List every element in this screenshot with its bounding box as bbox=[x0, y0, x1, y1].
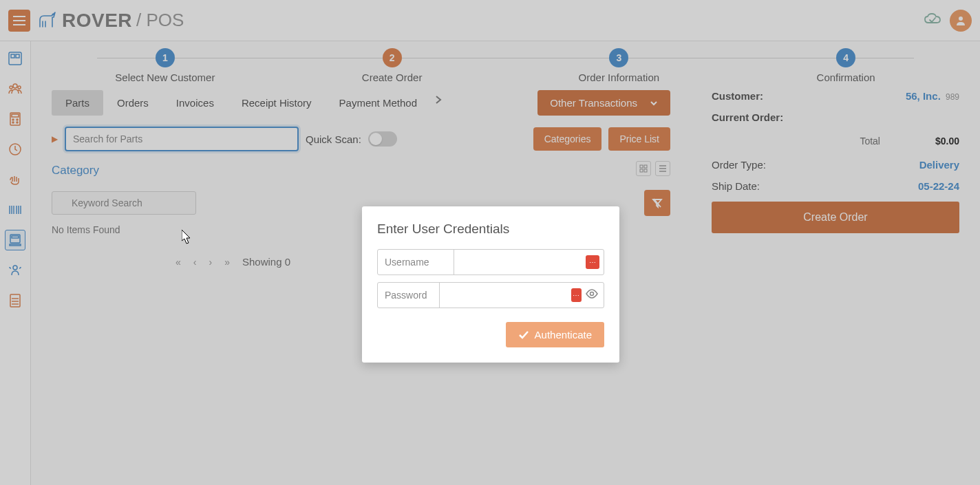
svg-point-41 bbox=[590, 292, 594, 296]
password-field-row: Password ⋯ bbox=[377, 282, 604, 308]
keyboard-icon[interactable]: ⋯ bbox=[571, 288, 582, 302]
auth-btn-label: Authenticate bbox=[535, 329, 592, 341]
eye-icon[interactable] bbox=[586, 288, 598, 303]
password-label: Password bbox=[378, 283, 440, 308]
username-label: Username bbox=[378, 250, 454, 274]
authenticate-button[interactable]: Authenticate bbox=[506, 322, 604, 347]
credentials-modal: Enter User Credentials Username ⋯ Passwo… bbox=[362, 206, 619, 363]
modal-title: Enter User Credentials bbox=[377, 222, 604, 237]
check-icon bbox=[518, 330, 529, 341]
keyboard-icon[interactable]: ⋯ bbox=[586, 255, 599, 269]
password-input[interactable] bbox=[440, 283, 571, 308]
username-input[interactable] bbox=[454, 250, 586, 274]
username-field-row: Username ⋯ bbox=[377, 249, 604, 275]
